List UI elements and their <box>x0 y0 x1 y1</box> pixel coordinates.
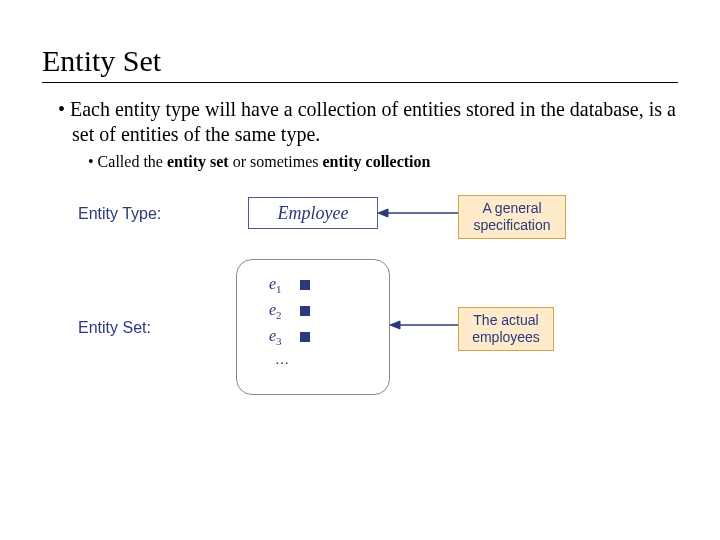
entity-row: e3 <box>269 324 379 350</box>
diagram: Entity Type: Entity Set: Employee e1 e2 … <box>42 197 678 457</box>
entity-set-box: e1 e2 e3 … <box>236 259 390 395</box>
callout-line: The actual <box>473 312 538 328</box>
label-entity-type: Entity Type: <box>78 205 161 223</box>
arrow-icon <box>390 317 458 337</box>
arrow-icon <box>378 205 458 225</box>
callout-general-spec: A general specification <box>458 195 566 239</box>
square-icon <box>300 280 310 290</box>
bullet-sub: Called the entity set or sometimes entit… <box>88 153 678 171</box>
sub-bold-2: entity collection <box>322 153 430 170</box>
entity-e1: e1 <box>269 275 282 295</box>
callout-line: specification <box>473 217 550 233</box>
bullet-main: Each entity type will have a collection … <box>58 97 678 147</box>
svg-marker-1 <box>378 209 388 217</box>
callout-line: employees <box>472 329 540 345</box>
entity-e2: e2 <box>269 301 282 321</box>
entity-e3: e3 <box>269 327 282 347</box>
sub-text-mid: or sometimes <box>229 153 323 170</box>
entity-row: e2 <box>269 298 379 324</box>
callout-line: A general <box>482 200 541 216</box>
square-icon <box>300 306 310 316</box>
label-entity-set: Entity Set: <box>78 319 151 337</box>
callout-actual-employees: The actual employees <box>458 307 554 351</box>
sub-text-pre: Called the <box>98 153 167 170</box>
entity-row: e1 <box>269 272 379 298</box>
svg-marker-3 <box>390 321 400 329</box>
slide-title: Entity Set <box>42 44 678 83</box>
ellipsis: … <box>275 352 379 368</box>
entity-type-box: Employee <box>248 197 378 229</box>
sub-bold-1: entity set <box>167 153 229 170</box>
square-icon <box>300 332 310 342</box>
